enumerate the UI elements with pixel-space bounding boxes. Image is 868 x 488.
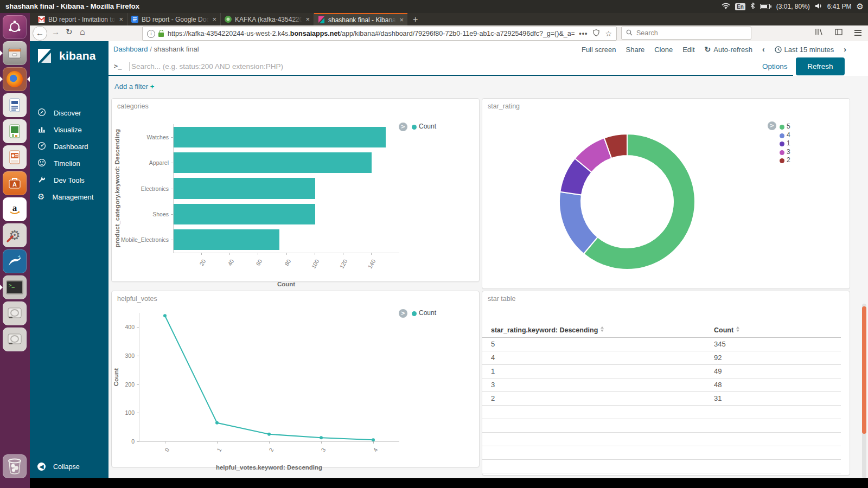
launcher-mysql-workbench-icon[interactable] [3, 249, 27, 273]
auto-refresh-button[interactable]: ↻Auto-refresh [705, 45, 752, 54]
launcher-ubuntu-dash-icon[interactable] [3, 15, 27, 39]
menu-hamburger-icon[interactable] [854, 28, 861, 37]
wifi-icon[interactable] [722, 3, 730, 11]
time-picker-button[interactable]: Last 15 minutes [775, 46, 834, 54]
launcher-file-manager-icon[interactable] [3, 41, 27, 65]
legend-expand-chevron-icon[interactable]: > [768, 121, 776, 130]
sidebar-collapse-button[interactable]: ◀ Collapse [37, 463, 80, 471]
bar-electronics[interactable] [174, 178, 315, 198]
cell-count[interactable]: 345 [705, 340, 841, 348]
query-options-link[interactable]: Options [762, 62, 788, 70]
bluetooth-icon[interactable] [750, 2, 755, 11]
search-bar[interactable]: Search [621, 27, 751, 40]
cell-count[interactable]: 31 [705, 394, 841, 402]
tab-close-icon[interactable]: × [305, 15, 310, 23]
donut-slice-4[interactable] [559, 192, 598, 254]
clock[interactable]: 6:41 PM [827, 3, 852, 10]
sidebar-item-dev-tools[interactable]: Dev Tools [30, 172, 108, 188]
donut-chart [482, 99, 850, 288]
cell-count[interactable]: 48 [705, 381, 841, 389]
running-indicator-arrow [0, 285, 3, 290]
add-filter-button[interactable]: Add a filter + [114, 82, 154, 91]
session-gear-icon[interactable]: ⚙ [857, 2, 864, 11]
share-button[interactable]: Share [626, 46, 645, 54]
browser-tab-active[interactable]: shashank final - Kibana× [314, 13, 407, 25]
launcher-terminal-icon[interactable]: >_ [3, 275, 27, 299]
back-button[interactable]: ← [33, 26, 47, 41]
tab-close-icon[interactable]: × [212, 15, 216, 23]
edit-button[interactable]: Edit [682, 46, 694, 54]
bar-mobile_electronics[interactable] [174, 229, 279, 250]
browser-tab[interactable]: BD report - Invitation to× [34, 13, 127, 25]
legend-item-label[interactable]: 4 [787, 131, 790, 139]
bar-apparel[interactable] [174, 152, 372, 173]
launcher-disk-drive-2-icon[interactable] [3, 328, 27, 351]
legend-expand-chevron-icon[interactable]: > [399, 309, 407, 318]
launcher-libreoffice-impress-icon[interactable] [3, 145, 27, 169]
data-point-0[interactable] [163, 314, 167, 317]
site-info-icon[interactable]: i [147, 30, 155, 38]
url-bar[interactable]: i https://kafka-4354220244-us-west-2.k4s… [142, 27, 617, 41]
cell-star-rating[interactable]: 5 [482, 340, 705, 348]
launcher-disk-drive-1-icon[interactable] [3, 301, 27, 325]
browser-tab[interactable]: BD report - Google Docs× [127, 13, 221, 25]
launcher-system-settings-icon[interactable]: ⚙ [3, 223, 27, 247]
data-point-3[interactable] [320, 436, 323, 439]
battery-icon[interactable] [760, 4, 771, 9]
x-tick-mark [229, 253, 230, 255]
cell-count[interactable]: 49 [705, 367, 841, 375]
legend-item-label[interactable]: 1 [787, 139, 790, 147]
home-button[interactable]: ⌂ [80, 27, 85, 37]
cell-count[interactable]: 92 [705, 354, 841, 362]
sidebar-item-visualize[interactable]: Visualize [30, 122, 108, 137]
new-tab-button[interactable]: + [407, 13, 423, 25]
clone-button[interactable]: Clone [654, 46, 673, 54]
refresh-button[interactable]: Refresh [796, 57, 845, 75]
volume-icon[interactable] [815, 3, 822, 11]
data-point-4[interactable] [372, 438, 375, 441]
keyboard-layout-indicator[interactable]: En [735, 3, 745, 10]
legend-item-label[interactable]: Count [419, 309, 436, 317]
table-header-key[interactable]: star_rating.keyword: Descending [482, 326, 705, 334]
sidebar-item-dashboard[interactable]: Dashboard [30, 139, 108, 154]
cell-star-rating[interactable]: 4 [482, 354, 705, 362]
library-icon[interactable] [815, 28, 823, 37]
launcher-trash-icon[interactable] [3, 454, 27, 478]
launcher-libreoffice-calc-icon[interactable] [3, 119, 27, 143]
reload-button[interactable]: ↻ [66, 27, 73, 37]
sidebar-item-discover[interactable]: Discover [30, 105, 108, 120]
data-point-2[interactable] [267, 433, 271, 436]
page-scrollbar-thumb[interactable] [862, 306, 866, 434]
browser-tab[interactable]: KAFKA (kafka-43542202× [221, 13, 314, 25]
launcher-ubuntu-software-icon[interactable]: A [3, 171, 27, 195]
legend-expand-chevron-icon[interactable]: > [399, 123, 407, 131]
forward-button[interactable]: → [52, 27, 60, 36]
breadcrumb-dashboard-link[interactable]: Dashboard [113, 45, 148, 53]
tracking-shield-icon[interactable] [593, 29, 599, 38]
legend-item-label[interactable]: Count [419, 123, 436, 130]
cell-star-rating[interactable]: 2 [482, 394, 705, 402]
time-back-chevron[interactable]: ‹ [762, 45, 765, 54]
legend-item-label[interactable]: 3 [787, 148, 790, 156]
tab-close-icon[interactable]: × [119, 15, 123, 23]
bar-watches[interactable] [174, 127, 386, 147]
sidebar-toggle-icon[interactable] [835, 28, 843, 37]
legend-item-label[interactable]: 5 [787, 123, 790, 130]
launcher-amazon-icon[interactable]: a [3, 197, 27, 221]
launcher-libreoffice-writer-icon[interactable] [3, 93, 27, 117]
tab-close-icon[interactable]: × [399, 16, 404, 24]
cell-star-rating[interactable]: 3 [482, 381, 705, 389]
time-forward-chevron[interactable]: › [844, 45, 846, 54]
legend-item-label[interactable]: 2 [787, 156, 790, 164]
launcher-firefox-icon[interactable] [3, 67, 27, 91]
sidebar-item-timelion[interactable]: Timelion [30, 156, 108, 171]
sidebar-item-management[interactable]: ⚙Management [30, 189, 108, 204]
bar-shoes[interactable] [174, 204, 315, 224]
bookmark-star-icon[interactable]: ☆ [605, 29, 612, 38]
full-screen-button[interactable]: Full screen [582, 46, 616, 54]
table-header-count[interactable]: Count [705, 326, 841, 334]
query-input[interactable]: Search... (e.g. status:200 AND extension… [131, 62, 283, 70]
cell-star-rating[interactable]: 1 [482, 367, 705, 375]
page-actions-icon[interactable]: ••• [579, 30, 588, 37]
data-point-1[interactable] [215, 421, 219, 425]
